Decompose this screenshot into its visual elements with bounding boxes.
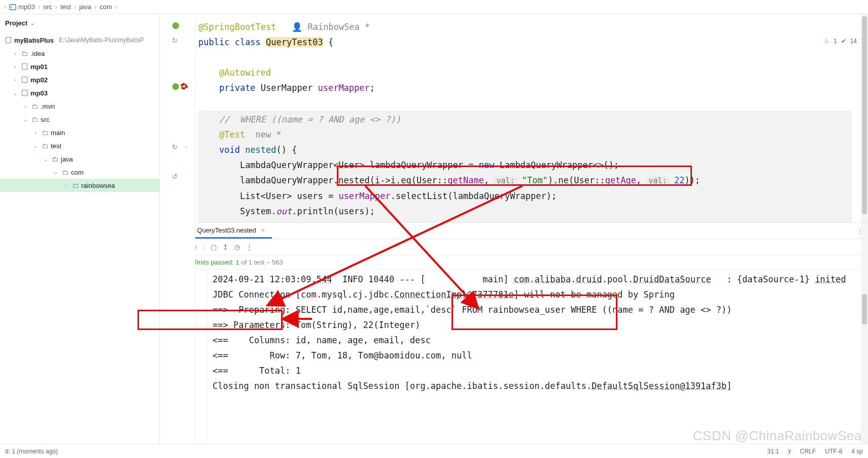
breadcrumb-item[interactable]: test [60,3,71,11]
warning-icon: ⚠ [824,38,829,45]
svg-point-1 [11,6,12,8]
svg-rect-0 [10,4,16,10]
tree-item-com[interactable]: ⌄🗀com [0,166,159,179]
code-inspections[interactable]: ⚠1 ✔14 ˄ [824,38,864,45]
breadcrumb-item[interactable]: mp03 [9,3,35,11]
chevron-up-icon[interactable]: ˄ [861,38,864,45]
tree-root[interactable]: 🞎 myBatisPlus E:\Java\MyBatis-Plus\myBat… [0,34,159,47]
tree-item-mvn[interactable]: ›🗀.mvn [0,100,159,113]
tree-item-mp01[interactable]: ›🞎mp01 [0,60,159,73]
project-tree[interactable]: 🞎 myBatisPlus E:\Java\MyBatis-Plus\myBat… [0,31,159,444]
tree-item-idea[interactable]: ›🗀.idea [0,47,159,60]
console-output[interactable]: 2024-09-21 12:03:09.544 INFO 10440 --- [… [207,270,868,444]
run-toolbar: ↻ ↻✖ ■ | ▢ ↥ ◷ ⋮ [160,239,868,255]
inline-hint: val: [647,176,669,185]
collapse-icon[interactable]: ⌄ [184,143,188,149]
run-tool-window: un ✔ QueryTest03.nested × ⋮ ↻ ↻✖ ■ | ▢ ↥… [160,222,868,444]
tree-item-main[interactable]: ›🗀main [0,126,159,139]
inline-hint: val: [494,176,516,185]
breadcrumb-item[interactable]: com [99,3,112,11]
project-panel-title: Project [5,19,27,27]
chevron-icon: › [115,3,117,11]
watermark: CSDN @ChinaRainbowSea [693,428,862,444]
editor-gutter[interactable]: ⬤ ↻ ⬤ 🫘 ↻ ⌄ ↺ [160,14,195,444]
caret-position[interactable]: 31:1 [767,448,779,455]
tree-item-test[interactable]: ⌄🗀test [0,139,159,152]
more-icon[interactable]: ⋮ [246,243,253,251]
indent-setting[interactable]: 4 sp [851,448,863,455]
vcs-status[interactable]: d: 1 (moments ago) [5,448,58,455]
tree-item-rainbowsea[interactable]: ›🗀rainbowsea [0,179,159,192]
history-icon[interactable]: ◷ [234,243,240,251]
file-encoding[interactable]: UTF-8 [825,448,842,455]
chevron-icon: › [74,3,76,11]
project-panel-header[interactable]: Project ⌄ [0,14,159,31]
check-icon: ✔ [841,38,846,45]
person-icon: 👤 [292,22,302,32]
tree-item-mp03[interactable]: ⌄🞎mp03 [0,86,159,100]
project-tool-window: Project ⌄ 🞎 myBatisPlus E:\Java\MyBatis-… [0,14,160,444]
chevron-icon: › [38,3,40,11]
tree-item-mp02[interactable]: ›🞎mp02 [0,73,159,86]
main-area: ⬤ ↻ ⬤ 🫘 ↻ ⌄ ↺ ⚠1 ✔14 ˄ @SpringBootTest 👤… [160,14,868,444]
status-bar: d: 1 (moments ago) 31:1 у CRLF UTF-8 4 s… [0,444,868,458]
editor-scrollbar[interactable] [861,14,868,222]
breadcrumb-item[interactable]: java [79,3,91,11]
tree-item-src[interactable]: ⌄🗀src [0,113,159,126]
export-icon[interactable]: ↥ [223,243,228,251]
tree-item-java[interactable]: ⌄🗀java [0,152,159,166]
bean-dep-icon[interactable]: 🫘 [180,82,188,90]
chevron-down-icon[interactable]: ⌄ [30,20,34,26]
spring-icon[interactable]: ⬤ [172,21,180,29]
chevron-icon: › [55,3,57,11]
layout-icon[interactable]: ▢ [211,243,217,251]
recursive-icon[interactable]: ↺ [172,173,178,180]
chevron-icon: › [4,3,6,11]
console-scrollbar[interactable] [861,270,868,444]
breadcrumb: › mp03 › src › test › java › com › [0,0,868,14]
run-test-gutter-icon[interactable]: ↻ [172,143,178,151]
chevron-icon: › [94,3,96,11]
test-status-line: ⊘ › ✔ Tests passed: 1 of 1 test – 563 [160,255,868,270]
close-tab-icon[interactable]: × [261,226,265,234]
bean-icon[interactable]: ⬤ [172,82,180,90]
run-gutter-icon[interactable]: ↻ [172,37,178,44]
run-tab-bar: un ✔ QueryTest03.nested × ⋮ [160,223,868,239]
line-separator[interactable]: CRLF [800,448,816,455]
ide-notification-icon[interactable]: у [788,447,791,455]
breadcrumb-item[interactable]: src [43,3,52,11]
